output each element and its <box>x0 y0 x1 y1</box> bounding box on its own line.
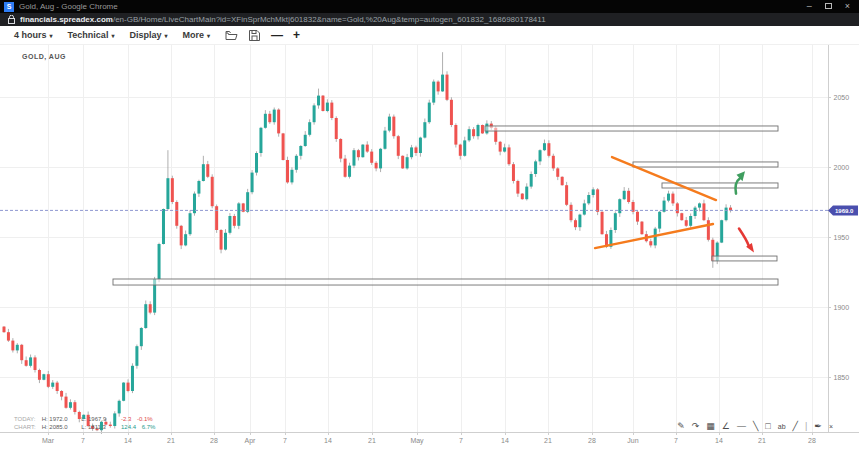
grid-tool-icon[interactable]: ▦ <box>706 420 715 433</box>
last-price-tag-label: 1969.0 <box>835 208 854 214</box>
angle-tool-icon[interactable]: ∠ <box>722 420 730 433</box>
today-label: TODAY: <box>14 415 40 423</box>
ray-tool-icon[interactable]: ╱ <box>793 420 798 433</box>
chart-stats: TODAY: H: 1972.0 L: 1967.9 -2.3 -0.1% CH… <box>14 415 159 431</box>
chart-low: L: 1811.3 <box>81 423 119 431</box>
delete-drawings-tool-icon[interactable]: × <box>829 420 833 433</box>
chart-high: H: 2085.0 <box>42 423 80 431</box>
today-stats-row: TODAY: H: 1972.0 L: 1967.9 -2.3 -0.1% <box>14 415 159 423</box>
window-title: Gold, Aug - Google Chrome <box>19 2 807 11</box>
trendline-tool-icon[interactable]: ╲ <box>753 420 758 433</box>
drawing-toolbar: ✎↷▦∠—╲□ab╱|✒× <box>677 420 833 433</box>
today-change: -2.3 <box>121 416 131 422</box>
zoom-in-button[interactable]: + <box>293 28 300 42</box>
url-path: /en-GB/Home/LiveChartMain?id=XFinSprMchM… <box>113 15 546 24</box>
maximize-button[interactable] <box>825 0 832 13</box>
text-tool-icon[interactable]: ab <box>778 420 786 433</box>
more-dropdown[interactable]: More ▾ <box>182 30 210 40</box>
x-axis-label: May <box>410 437 424 445</box>
x-axis-label: 7 <box>459 437 463 444</box>
zoom-out-button[interactable]: — <box>271 28 283 42</box>
browser-url-bar[interactable]: financials.spreadex.com/en-GB/Home/LiveC… <box>0 13 859 26</box>
display-dropdown[interactable]: Display ▾ <box>129 30 167 40</box>
today-low: L: 1967.9 <box>81 415 119 423</box>
x-axis-label: Mar <box>42 437 55 444</box>
rectangle-tool-icon[interactable]: □ <box>765 420 770 433</box>
chevron-down-icon: ▾ <box>50 32 53 39</box>
x-axis-label: 14 <box>715 437 723 444</box>
more-label: More <box>182 30 204 40</box>
save-icon <box>249 30 260 41</box>
pencil-tool-icon[interactable]: ✎ <box>677 420 685 433</box>
today-change-pct: -0.1% <box>137 416 153 422</box>
price-zone-rectangle[interactable] <box>633 162 778 167</box>
x-axis-label: 7 <box>674 437 678 444</box>
x-axis-label: 21 <box>544 437 552 444</box>
y-axis-label: 1900 <box>834 304 850 311</box>
chevron-down-icon: ▾ <box>164 32 167 39</box>
lock-icon <box>8 15 15 24</box>
today-high: H: 1972.0 <box>42 415 80 423</box>
chart-change: 124.4 <box>121 424 136 430</box>
chart-range-label: CHART: <box>14 423 40 431</box>
toolbar-divider: | <box>805 420 807 433</box>
x-axis-label: Jun <box>627 437 638 444</box>
chart-area: Mar7142128Apr71421May7142128Jun714212820… <box>0 45 859 450</box>
marker-tool-icon[interactable]: ✒ <box>814 420 822 433</box>
open-chart-button[interactable] <box>225 30 238 41</box>
site-favicon: S <box>4 2 14 12</box>
y-axis-label: 2000 <box>834 164 850 171</box>
chart-symbol-label: GOLD, AUG <box>22 53 66 60</box>
price-chart[interactable]: Mar7142128Apr71421May7142128Jun714212820… <box>0 45 859 450</box>
x-axis-label: 21 <box>368 437 376 444</box>
x-axis-label: 14 <box>501 437 509 444</box>
price-zone-rectangle[interactable] <box>113 279 778 285</box>
x-axis-label: 28 <box>808 437 816 444</box>
display-label: Display <box>129 30 161 40</box>
price-zone-rectangle[interactable] <box>712 256 777 261</box>
timeframe-dropdown[interactable]: 4 hours ▾ <box>14 30 53 40</box>
y-axis-labels: 20502000195019001850 <box>834 94 850 381</box>
chart-toolbar: 4 hours ▾ Technical ▾ Display ▾ More ▾ <box>0 26 859 45</box>
x-axis-label: 21 <box>167 437 175 444</box>
y-axis-label: 1950 <box>834 234 850 241</box>
grid <box>0 45 828 432</box>
chevron-down-icon: ▾ <box>111 32 114 39</box>
x-axis-label: 28 <box>210 437 218 444</box>
x-axis-label: Apr <box>245 437 257 445</box>
timeframe-label: 4 hours <box>14 30 47 40</box>
y-axis-label: 2050 <box>834 94 850 101</box>
url-text: financials.spreadex.com/en-GB/Home/LiveC… <box>20 15 546 24</box>
browser-window: S Gold, Aug - Google Chrome – × financia… <box>0 0 859 450</box>
folder-icon <box>225 30 238 41</box>
maximize-icon <box>825 3 832 9</box>
technical-dropdown[interactable]: Technical ▾ <box>68 30 115 40</box>
price-zone-rectangle[interactable] <box>485 126 778 131</box>
chart-change-pct: 6.7% <box>142 424 156 430</box>
curve-arrow-tool-icon[interactable]: ↷ <box>692 420 700 433</box>
x-axis-labels: Mar7142128Apr71421May7142128Jun7142128 <box>42 437 816 445</box>
x-axis-label: 14 <box>324 437 332 444</box>
x-axis-label: 7 <box>81 437 85 444</box>
x-axis-label: 14 <box>124 437 132 444</box>
x-axis-label: 28 <box>588 437 596 444</box>
url-domain: financials.spreadex.com <box>20 15 113 24</box>
x-axis-label: 7 <box>283 437 287 444</box>
window-controls: – × <box>807 0 850 13</box>
x-axis-label: 21 <box>758 437 766 444</box>
chart-stats-row: CHART: H: 2085.0 L: 1811.3 124.4 6.7% <box>14 423 159 431</box>
window-titlebar: S Gold, Aug - Google Chrome – × <box>0 0 859 13</box>
horizontal-line-tool-icon[interactable]: — <box>737 420 746 433</box>
technical-label: Technical <box>68 30 109 40</box>
save-chart-button[interactable] <box>249 30 260 41</box>
y-axis-label: 1850 <box>834 374 850 381</box>
minimize-button[interactable]: – <box>807 0 812 13</box>
close-button[interactable]: × <box>845 0 850 13</box>
chevron-down-icon: ▾ <box>207 32 210 39</box>
